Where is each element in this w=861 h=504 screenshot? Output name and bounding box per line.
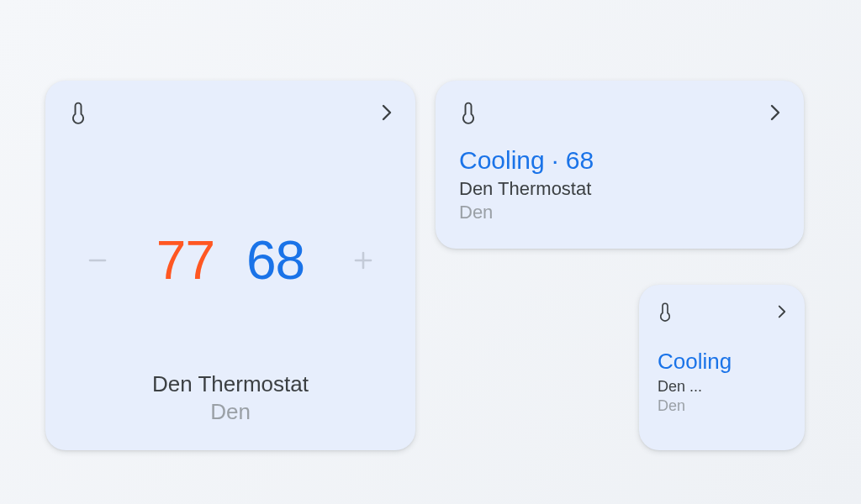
heat-setpoint: 77 [156,229,214,291]
thermometer-icon [658,302,673,322]
thermostat-card-medium[interactable]: Cooling · 68 Den Thermostat Den [436,81,804,249]
status-line: Cooling · 68 [459,146,780,175]
status-mode: Cooling [658,349,786,375]
chevron-right-icon[interactable] [778,305,786,318]
temperature-controls: 77 68 [69,150,392,371]
cool-setpoint: 68 [246,229,304,291]
chevron-right-icon[interactable] [770,104,780,121]
card-body: Cooling Den ... Den [658,349,786,415]
card-header [459,101,780,124]
room-name: Den [69,399,392,425]
chevron-right-icon[interactable] [382,104,392,121]
room-name: Den [459,202,780,223]
thermostat-card-small[interactable]: Cooling Den ... Den [639,285,805,450]
card-body: Cooling · 68 Den Thermostat Den [459,146,780,223]
decrease-temp-button[interactable] [79,242,116,279]
increase-temp-button[interactable] [345,242,382,279]
thermostat-card-large[interactable]: 77 68 Den Thermostat Den [45,81,415,450]
status-separator: · [545,146,566,174]
thermometer-icon [459,101,478,124]
room-name: Den [658,397,786,415]
thermometer-icon [69,101,87,124]
device-name: Den Thermostat [69,371,392,397]
device-name: Den Thermostat [459,178,780,200]
card-header [69,101,392,124]
card-footer: Den Thermostat Den [69,371,392,430]
card-header [658,302,786,322]
status-temp: 68 [566,146,594,174]
device-name: Den ... [658,378,786,396]
temperature-setpoints: 77 68 [156,229,304,291]
status-mode: Cooling [459,146,545,174]
